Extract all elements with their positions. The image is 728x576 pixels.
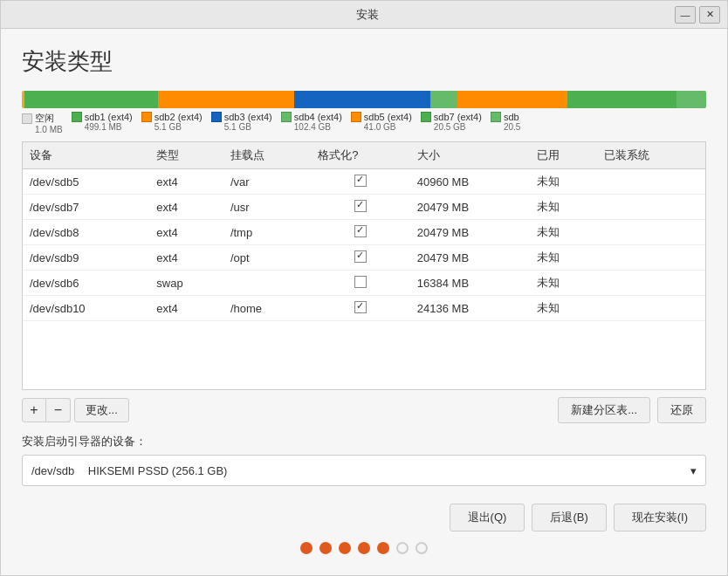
partition-legend: 空闲 1.0 MB sdb1 (ext4) 499.1 MB sdb2 (ext… (22, 112, 706, 134)
format-checkbox[interactable] (354, 225, 367, 237)
format-checkbox[interactable] (354, 301, 367, 313)
legend-item: 空闲 1.0 MB (22, 112, 63, 134)
col-mount: 挂载点 (223, 142, 311, 169)
cell-device: /dev/sdb9 (23, 245, 149, 271)
cell-type: ext4 (149, 245, 223, 271)
partition-segment (158, 91, 294, 108)
table-row[interactable]: /dev/sdb7 ext4 /usr 20479 MB 未知 (23, 195, 705, 220)
partition-table-container[interactable]: 设备 类型 挂载点 格式化? 大小 已用 已装系统 /dev/sdb5 ext4… (22, 141, 706, 390)
cell-size: 40960 MB (410, 169, 530, 195)
cell-type: ext4 (149, 195, 223, 220)
partition-segment (457, 91, 567, 108)
cell-format (311, 195, 410, 220)
cell-format (311, 169, 410, 195)
cell-type: ext4 (149, 220, 223, 245)
cell-device: /dev/sdb7 (23, 195, 149, 220)
table-row[interactable]: /dev/sdb10 ext4 /home 24136 MB 未知 (23, 296, 705, 321)
minimize-button[interactable]: — (675, 6, 696, 24)
cell-device: /dev/sdb8 (23, 220, 149, 245)
legend-color (281, 112, 292, 122)
legend-size: 20.5 GB (421, 122, 466, 132)
toolbar-right: 新建分区表... 还原 (558, 397, 706, 423)
cell-used: 未知 (530, 245, 597, 271)
table-row[interactable]: /dev/sdb6 swap 16384 MB 未知 (23, 271, 705, 296)
new-partition-table-button[interactable]: 新建分区表... (558, 397, 650, 423)
cell-device: /dev/sdb6 (23, 271, 149, 296)
cell-size: 20479 MB (410, 245, 530, 271)
legend-size: 41.0 GB (351, 122, 396, 132)
progress-dot-3 (339, 542, 351, 554)
cell-installed (597, 220, 705, 245)
legend-label: sdb (504, 112, 519, 122)
progress-dot-4 (358, 542, 370, 554)
cell-device: /dev/sdb5 (23, 169, 149, 195)
legend-size: 20.5 (491, 122, 520, 132)
col-size: 大小 (410, 142, 530, 169)
format-checkbox[interactable] (354, 250, 367, 263)
cell-size: 16384 MB (410, 271, 530, 296)
legend-color (22, 113, 32, 124)
progress-dots (22, 542, 706, 561)
col-used: 已用 (530, 142, 597, 169)
cell-format (311, 245, 410, 271)
legend-size: 499.1 MB (72, 122, 122, 132)
legend-item: sdb1 (ext4) 499.1 MB (72, 112, 133, 134)
cell-type: ext4 (149, 296, 223, 321)
close-button[interactable]: ✕ (699, 6, 720, 24)
legend-size: 5.1 GB (141, 122, 182, 132)
add-partition-button[interactable]: + (22, 398, 46, 422)
cell-installed (597, 296, 705, 321)
partition-table: 设备 类型 挂载点 格式化? 大小 已用 已装系统 /dev/sdb5 ext4… (23, 142, 705, 321)
legend-item: sdb 20.5 (491, 112, 520, 134)
change-partition-button[interactable]: 更改... (74, 398, 129, 422)
cell-used: 未知 (530, 271, 597, 296)
partition-bar (22, 91, 706, 108)
legend-color (351, 112, 361, 122)
cell-mount: /var (223, 169, 311, 195)
cell-mount: /usr (223, 195, 311, 220)
cell-type: ext4 (149, 169, 223, 195)
legend-color (211, 112, 222, 122)
table-header-row: 设备 类型 挂载点 格式化? 大小 已用 已装系统 (23, 142, 705, 169)
toolbar-left: + − 更改... (22, 398, 129, 422)
back-button[interactable]: 后退(B) (532, 504, 606, 531)
restore-button[interactable]: 还原 (657, 397, 706, 423)
remove-partition-button[interactable]: − (46, 398, 71, 422)
progress-dot-5 (377, 542, 389, 554)
install-now-button[interactable]: 现在安装(I) (614, 504, 706, 531)
format-checkbox[interactable] (354, 200, 367, 212)
legend-size: 1.0 MB (22, 125, 63, 134)
table-row[interactable]: /dev/sdb5 ext4 /var 40960 MB 未知 (23, 169, 705, 195)
main-window: 安装 — ✕ 安装类型 空闲 1.0 MB sdb1 (ext4) 499.1 … (0, 0, 728, 576)
page-title: 安装类型 (22, 46, 706, 77)
col-format: 格式化? (311, 142, 410, 169)
window-controls: — ✕ (675, 6, 720, 24)
cell-used: 未知 (530, 296, 597, 321)
legend-item: sdb5 (ext4) 41.0 GB (351, 112, 412, 134)
cell-size: 20479 MB (410, 195, 530, 220)
progress-dot-7 (416, 542, 428, 554)
legend-item: sdb2 (ext4) 5.1 GB (141, 112, 203, 134)
format-checkbox[interactable] (354, 175, 367, 187)
table-row[interactable]: /dev/sdb8 ext4 /tmp 20479 MB 未知 (23, 220, 705, 245)
cell-mount (223, 271, 311, 296)
partition-segment (294, 91, 430, 108)
quit-button[interactable]: 退出(Q) (450, 504, 525, 531)
cell-format (311, 220, 410, 245)
cell-installed (597, 169, 705, 195)
cell-mount: /home (223, 296, 311, 321)
cell-used: 未知 (530, 169, 597, 195)
legend-size: 102.4 GB (281, 122, 331, 132)
format-checkbox[interactable] (354, 276, 367, 288)
legend-label: sdb4 (ext4) (294, 112, 342, 122)
chevron-down-icon: ▾ (690, 464, 697, 477)
legend-color (141, 112, 152, 122)
cell-installed (597, 245, 705, 271)
legend-color (421, 112, 431, 122)
cell-mount: /opt (223, 245, 311, 271)
progress-dot-1 (300, 542, 312, 554)
boot-device-label: 安装启动引导器的设备： (22, 434, 706, 449)
legend-color (72, 112, 82, 122)
table-row[interactable]: /dev/sdb9 ext4 /opt 20479 MB 未知 (23, 245, 705, 271)
boot-device-select[interactable]: /dev/sdb HIKSEMI PSSD (256.1 GB) ▾ (22, 455, 706, 486)
